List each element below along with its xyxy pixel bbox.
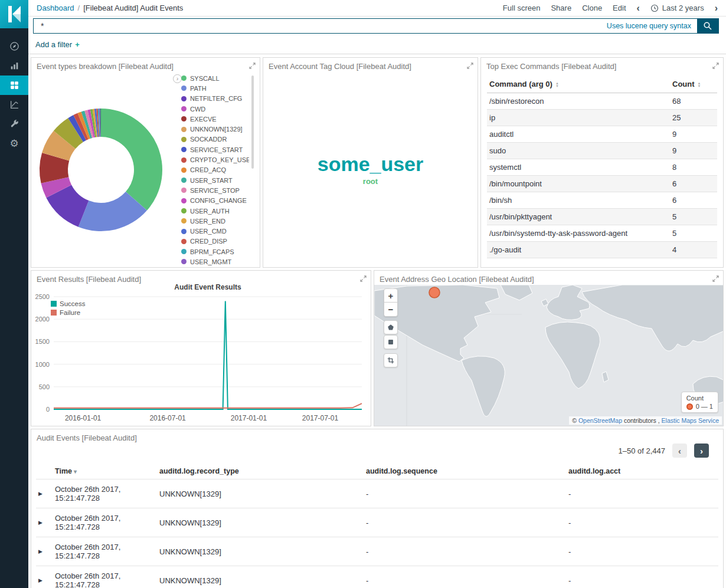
query-bar: Uses lucene query syntax [33, 18, 719, 34]
crop-tool-button[interactable] [384, 353, 398, 367]
panel-title[interactable]: Audit Events [Filebeat Auditd] [37, 433, 137, 442]
geo-marker[interactable] [429, 287, 440, 298]
legend-label: CRED_ACQ [190, 166, 226, 173]
column-header-sequence[interactable]: auditd.log.sequence [364, 462, 566, 479]
legend-item[interactable]: USER_END [181, 216, 249, 226]
next-page-button[interactable]: › [694, 444, 709, 458]
legend-collapse-icon[interactable]: › [173, 74, 182, 83]
time-forward-button[interactable]: › [715, 4, 718, 12]
legend-dot [181, 178, 187, 183]
gear-icon: ⚙ [9, 139, 18, 149]
legend-item[interactable]: USER_CMD [181, 226, 249, 236]
legend-item[interactable]: CRED_ACQ [181, 165, 249, 175]
column-header-count[interactable]: Count▲▼ [670, 75, 717, 93]
column-header-acct[interactable]: auditd.log.acct [566, 462, 718, 479]
legend-item[interactable]: CONFIG_CHANGE [181, 196, 249, 206]
expand-panel-icon[interactable] [249, 63, 256, 69]
query-input[interactable] [34, 19, 607, 33]
panel-tag-cloud: Event Account Tag Cloud [Filebeat Auditd… [263, 57, 478, 268]
panel-top-exec: Top Exec Commands [Filebeat Auditd] Comm… [480, 57, 724, 268]
legend-item[interactable]: SYSCALL [181, 73, 249, 83]
openstreetmap-link[interactable]: OpenStreetMap [578, 417, 622, 424]
share-button[interactable]: Share [551, 4, 571, 12]
legend-scrollbar[interactable] [251, 75, 254, 169]
expand-panel-icon[interactable] [467, 63, 473, 69]
expand-panel-icon[interactable] [712, 275, 719, 282]
kibana-logo[interactable] [0, 0, 28, 28]
polygon-tool-button[interactable] [384, 320, 398, 334]
legend-item[interactable]: CRYPTO_KEY_USER [181, 155, 249, 165]
panel-title[interactable]: Event types breakdown [Filebeat Auditd] [37, 62, 174, 71]
expand-panel-icon[interactable] [712, 63, 719, 69]
legend-item[interactable]: CRED_DISP [181, 236, 249, 247]
sidebar-item-discover[interactable] [0, 37, 28, 56]
time-picker[interactable]: Last 2 years [650, 4, 704, 12]
expand-row-icon[interactable]: ▶ [36, 566, 53, 588]
panel-title[interactable]: Event Address Geo Location [Filebeat Aud… [380, 275, 534, 284]
legend-item[interactable]: UNKNOWN[1329] [181, 124, 249, 134]
legend-item[interactable]: CWD [181, 104, 249, 114]
panel-event-results: Event Results [Filebeat Auditd] Audit Ev… [31, 270, 371, 426]
table-row: auditctl9 [487, 126, 717, 143]
zoom-out-button[interactable]: − [384, 303, 398, 317]
legend-label: CWD [190, 106, 205, 113]
table-row: /usr/bin/systemd-tty-ask-password-agent5 [487, 225, 717, 242]
column-header-command[interactable]: Command (arg 0)▲▼ [487, 75, 670, 93]
world-map [374, 285, 723, 426]
rectangle-tool-button[interactable] [384, 335, 398, 349]
pie-slice-SYSCALL[interactable] [101, 109, 162, 211]
panel-title[interactable]: Top Exec Commands [Filebeat Auditd] [486, 62, 616, 71]
legend-dot [181, 229, 187, 234]
legend-item[interactable]: BPRM_FCAPS [181, 247, 249, 257]
search-button[interactable] [697, 18, 718, 34]
table-row: ▶October 26th 2017, 15:21:47.728UNKNOWN[… [36, 537, 718, 566]
sidebar-item-dashboard[interactable] [0, 75, 28, 95]
clone-button[interactable]: Clone [582, 4, 602, 12]
column-header-record-type[interactable]: auditd.log.record_type [157, 462, 364, 479]
legend-item[interactable]: SOCKADDR [181, 134, 249, 144]
sidebar-item-management[interactable]: ⚙ [0, 134, 28, 153]
plus-icon[interactable]: + [75, 40, 80, 49]
exec-count: 8 [670, 159, 717, 176]
edit-button[interactable]: Edit [613, 4, 626, 12]
expand-row-icon[interactable]: ▶ [36, 508, 53, 537]
pagination: 1–50 of 2,447 ‹ › [618, 444, 709, 458]
breadcrumb-dashboard[interactable]: Dashboard [37, 4, 74, 12]
pentagon-icon [387, 323, 395, 331]
svg-text:1000: 1000 [35, 361, 50, 368]
elastic-maps-link[interactable]: Elastic Maps Service [662, 417, 719, 424]
legend-item[interactable]: USER_AUTH [181, 206, 249, 216]
time-back-button[interactable]: ‹ [637, 4, 640, 12]
geo-map[interactable]: + − Count 0 — 1 © OpenStreetMap contribu… [374, 285, 723, 426]
legend-item[interactable]: NETFILTER_CFG [181, 94, 249, 104]
legend-item[interactable]: PATH [181, 83, 249, 93]
legend-item[interactable]: USER_START [181, 175, 249, 185]
tag-root[interactable]: root [363, 178, 378, 186]
tag-some_user[interactable]: some_user [318, 154, 424, 175]
svg-text:1500: 1500 [35, 338, 50, 345]
panel-title[interactable]: Event Account Tag Cloud [Filebeat Auditd… [269, 62, 411, 71]
sort-desc-icon: ▾ [74, 468, 77, 475]
column-header-time[interactable]: Time▾ [53, 462, 157, 479]
sidebar-item-timelion[interactable] [0, 95, 28, 114]
legend-item[interactable]: USER_MGMT [181, 257, 249, 267]
exec-count: 9 [670, 143, 717, 159]
pagination-label: 1–50 of 2,447 [618, 446, 665, 455]
dashboard-icon [9, 80, 19, 90]
legend-label: NETFILTER_CFG [190, 95, 242, 102]
legend-item[interactable]: SERVICE_STOP [181, 185, 249, 195]
sidebar-item-dev-tools[interactable] [0, 114, 28, 134]
legend-item[interactable]: SERVICE_START [181, 144, 249, 155]
expand-row-icon[interactable]: ▶ [36, 479, 53, 508]
expand-row-icon[interactable]: ▶ [36, 537, 53, 566]
series-failure [54, 403, 362, 408]
zoom-in-button[interactable]: + [384, 288, 398, 303]
legend-item[interactable]: EXECVE [181, 114, 249, 124]
previous-page-button[interactable]: ‹ [672, 444, 687, 458]
sidebar-item-visualize[interactable] [0, 56, 28, 75]
legend-dot [181, 86, 187, 91]
lucene-syntax-link[interactable]: Uses lucene query syntax [607, 22, 691, 30]
full-screen-button[interactable]: Full screen [503, 4, 541, 12]
exec-count: 6 [670, 192, 717, 209]
add-filter-button[interactable]: Add a filter [35, 40, 72, 49]
